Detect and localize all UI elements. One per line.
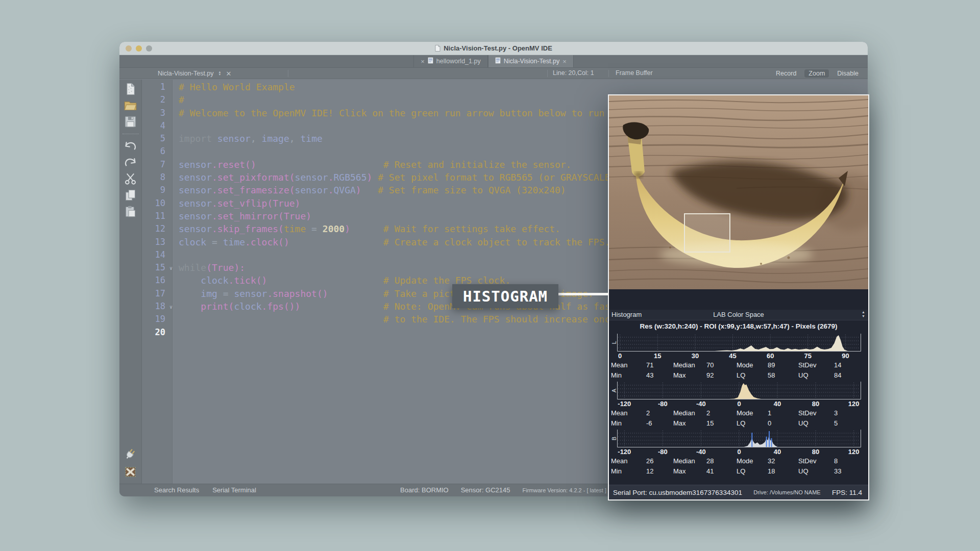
chevron-updown-icon[interactable]: ▲▼ [218,71,222,76]
channel-stats-row: Mean71Median70Mode89StDev14 [609,360,868,370]
stat-label: StDev [798,457,816,465]
stat-label: Median [673,361,695,369]
stat-label: Mean [611,361,628,369]
roi-selection-rect[interactable] [684,214,730,252]
stat-label: Mode [737,361,753,369]
stat-value: 32 [768,457,775,465]
tick-label: -120 [618,400,631,408]
line-number: 17 [142,287,173,300]
line-number: 9 [142,184,173,196]
banana-photo [609,95,868,289]
search-results-tab[interactable]: Search Results [154,486,199,494]
tab-label: Nicla-Vision-Test.py [504,58,560,65]
copy-icon[interactable] [124,188,137,202]
histogram-panel: Histogram LAB Color Space ▲▼ Res (w:320,… [609,289,868,499]
stat-label: Min [611,371,622,379]
code-text: sensor.set_hmirror(True) [173,210,311,222]
histogram-drag-tooltip[interactable]: HISTOGRAM [452,284,558,308]
file-icon [495,57,501,64]
tick-label: 90 [842,352,849,360]
stat-value: 12 [646,467,653,475]
tab-close-icon[interactable]: × [562,58,567,65]
stat-label: LQ [737,419,745,427]
cut-icon[interactable] [124,172,137,186]
close-window-icon[interactable] [126,45,132,52]
window-title: Nicla-Vision-Test.py - OpenMV IDE [435,44,552,52]
side-toolbar [119,80,142,484]
stat-label: StDev [798,409,816,417]
tick-label: -80 [658,400,668,408]
line-number: 20 [142,326,173,339]
tab-bar: ×helloworld_1.pyNicla-Vision-Test.py× [119,55,868,68]
camera-frame[interactable] [609,95,868,289]
histogram-channel-a: A-120-80-4004080120Mean2Median2Mode1StDe… [609,382,868,429]
code-text: sensor.set_vflip(True) [173,197,300,210]
stat-label: UQ [798,467,808,475]
color-space-dropdown[interactable]: LAB Color Space [609,311,868,318]
serial-port-label: Serial Port: cu.usbmodem3167376334301 [613,489,742,496]
minimize-window-icon[interactable] [136,45,142,52]
line-number: 8 [142,171,173,184]
save-file-icon[interactable] [124,115,137,129]
tab-nicla-vision-test-py[interactable]: Nicla-Vision-Test.py× [488,55,574,67]
tick-label: 80 [812,448,819,456]
histogram-drag-label: HISTOGRAM [463,288,548,305]
tick-label: 30 [692,352,699,360]
file-icon [428,57,433,64]
code-text: # Welcome to the OpenMV IDE! Click on th… [173,107,671,119]
stat-label: Mode [737,409,753,417]
firmware-version: Firmware Version: 4.2.2 - [ latest ] [523,487,606,493]
document-close-icon[interactable]: ✕ [226,70,231,78]
sensor-indicator: Sensor: GC2145 [461,486,510,494]
fold-chevron-icon[interactable]: ∨ [169,300,173,313]
undo-icon[interactable] [124,139,137,153]
axis-tick-labels: -120-80-4004080120 [617,400,861,408]
tab-helloworld_1-py[interactable]: ×helloworld_1.py [413,55,487,67]
line-number: 4 [142,119,173,132]
window-title-text: Nicla-Vision-Test.py - OpenMV IDE [444,44,552,52]
code-text: sensor.skip_frames(time = 2000) # Wait f… [173,222,560,235]
toolbar-divider [122,134,139,134]
frame-buffer-buttons: Record Zoom Disable [772,68,863,79]
code-text: sensor.reset() # Reset and initialize th… [173,158,571,171]
paste-icon[interactable] [124,205,137,218]
open-file-icon[interactable] [124,98,137,112]
document-selector[interactable]: Nicla-Vision-Test.py ▲▼ ✕ [158,68,231,79]
fps-label: FPS: 11.4 [832,489,862,496]
channel-histogram-plot [617,430,861,447]
serial-terminal-tab[interactable]: Serial Terminal [212,486,256,494]
toolbar-divider [547,70,548,77]
zoom-button[interactable]: Zoom [804,69,829,78]
stat-value: 18 [768,467,775,475]
histogram-channel-b: B-120-80-4004080120Mean26Median28Mode32S… [609,430,868,477]
dropdown-arrows-icon[interactable]: ▲▼ [862,310,865,318]
connect-icon[interactable] [124,447,137,461]
tick-label: 15 [654,352,661,360]
tab-label: helloworld_1.py [436,58,481,65]
record-button[interactable]: Record [772,69,800,78]
zoom-window-icon[interactable] [146,45,152,52]
firmware-icon[interactable] [124,465,137,479]
stat-value: 28 [706,457,714,465]
stat-value: 84 [834,371,841,379]
stat-label: Mode [737,457,753,465]
line-number: 16 [142,274,173,287]
stat-value: 71 [646,361,653,369]
line-number: 18∨ [142,300,173,313]
tick-label: 0 [618,352,622,360]
stat-label: Max [673,467,686,475]
tab-close-icon[interactable]: × [421,58,425,65]
code-text: # [173,93,184,106]
document-icon [435,45,440,52]
frame-buffer-window[interactable]: Histogram LAB Color Space ▲▼ Res (w:320,… [608,94,869,500]
stat-label: LQ [737,467,745,475]
tick-label: -40 [696,400,706,408]
drive-label: Drive: /Volumes/NO NAME [753,489,820,495]
disable-button[interactable]: Disable [833,69,863,78]
fold-chevron-icon[interactable]: ∨ [169,262,173,274]
channel-axis-label: B [605,435,623,442]
new-file-icon[interactable] [124,82,137,96]
titlebar[interactable]: Nicla-Vision-Test.py - OpenMV IDE [119,42,868,55]
redo-icon[interactable] [124,156,137,169]
code-text [173,119,179,132]
